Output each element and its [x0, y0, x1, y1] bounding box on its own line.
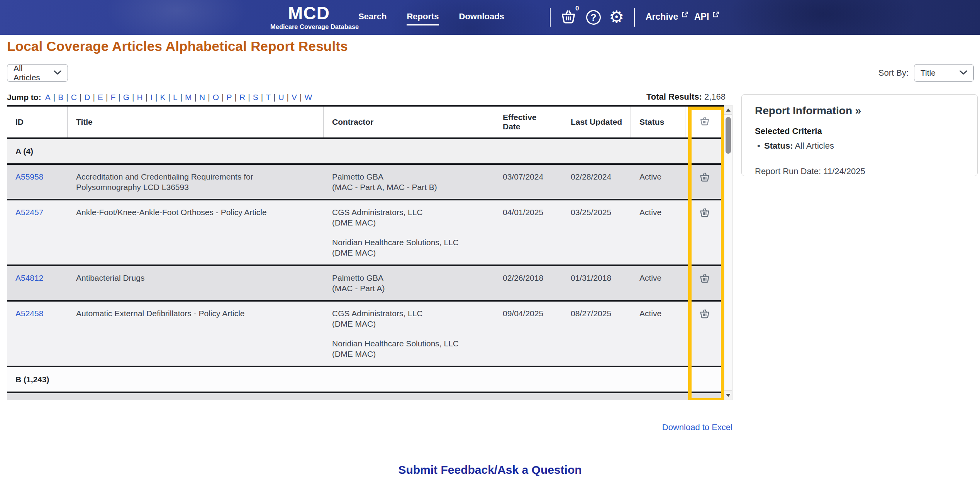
results-table-grid: ID Title Contractor Effective Date Last … — [7, 105, 724, 400]
archive-label: Archive — [646, 12, 678, 22]
help-icon[interactable]: ? — [586, 10, 601, 25]
article-contractor: CGS Administrators, LLC(DME MAC)Noridian… — [324, 200, 494, 264]
nav-search[interactable]: Search — [358, 12, 387, 24]
contractor-line: Noridian Healthcare Solutions, LLC — [332, 237, 486, 248]
column-header-title: Title — [68, 107, 324, 137]
article-id-link[interactable]: A52458 — [15, 309, 43, 318]
article-id-link[interactable]: A55958 — [15, 172, 43, 181]
article-status: Active — [631, 266, 685, 300]
contractor-line: (DME MAC) — [332, 319, 486, 329]
last-updated: 03/25/2025 — [562, 200, 631, 264]
column-header-basket — [685, 107, 724, 137]
api-link[interactable]: API — [694, 12, 719, 22]
mcd-logo[interactable]: MCD Medicare Coverage Database — [270, 4, 348, 31]
criteria-value: All Articles — [795, 141, 834, 151]
column-header-contractor: Contractor — [324, 107, 494, 137]
report-information-heading[interactable]: Report Information » — [755, 105, 964, 117]
table-row: A52458Automatic External Defibrillators … — [7, 302, 724, 367]
table-scrollbar[interactable] — [724, 105, 732, 400]
table-row: A52457Ankle-Foot/Knee-Ankle-Foot Orthose… — [7, 200, 724, 266]
external-link-icon — [712, 11, 719, 20]
report-run-date: Report Run Date: 11/24/2025 — [755, 166, 964, 176]
contractor-line: First Coast Service Options, Inc. — [332, 400, 486, 400]
report-run-date-label: Report Run Date: — [755, 166, 821, 176]
article-title: Automatic External Defibrillators - Poli… — [68, 302, 324, 366]
sort-by-label: Sort By: — [878, 68, 909, 78]
main-nav: SearchReportsDownloads — [358, 12, 504, 25]
contractor-line: CGS Administrators, LLC — [332, 308, 486, 319]
column-header-status: Status — [631, 107, 685, 137]
contractor-line: (DME MAC) — [332, 217, 486, 228]
effective-date: 04/01/2025 — [494, 200, 562, 264]
nav-reports[interactable]: Reports — [407, 12, 439, 25]
add-to-basket-button[interactable] — [699, 171, 710, 192]
group-row: B (1,243) — [7, 367, 724, 393]
group-row: A (4) — [7, 139, 724, 165]
chevron-down-icon — [960, 70, 967, 76]
id-cell: A52457 — [7, 200, 68, 264]
contractor-line: Noridian Healthcare Solutions, LLC — [332, 338, 486, 349]
api-label: API — [694, 12, 709, 22]
total-results-label: Total Results: — [646, 92, 702, 102]
group-basket-cell — [685, 367, 724, 392]
basket-count-badge: 0 — [575, 5, 579, 12]
scrollbar-thumb[interactable] — [726, 117, 731, 154]
contractor-line: CGS Administrators, LLC — [332, 207, 486, 217]
basket-button[interactable]: 0 — [560, 8, 578, 26]
download-to-excel-link[interactable]: Download to Excel — [662, 422, 732, 432]
contractor-line: (MAC - Part A, MAC - Part B) — [332, 182, 486, 192]
table-row: A54812Antibacterial DrugsPalmetto GBA(MA… — [7, 266, 724, 302]
header-divider — [550, 8, 551, 27]
logo-title: MCD — [270, 4, 348, 22]
last-updated: 08/27/2025 — [562, 302, 631, 366]
header-divider — [634, 8, 635, 27]
article-status: Active — [631, 165, 685, 199]
effective-date: 02/26/2018 — [494, 266, 562, 300]
contractor-line: (DME MAC) — [332, 248, 486, 258]
criteria-label: Status: — [764, 141, 793, 151]
table-row: A56287Billing and Coding: 4Kscore Test A… — [7, 393, 724, 400]
article-filter-select[interactable]: All Articles — [7, 64, 68, 82]
report-run-date-value: 11/24/2025 — [823, 166, 865, 176]
submit-feedback-link[interactable]: Submit Feedback/Ask a Question — [398, 463, 582, 476]
effective-date: 04/29/2024 — [494, 393, 562, 400]
site-header: MCD Medicare Coverage Database SearchRep… — [0, 0, 980, 35]
add-to-basket-button[interactable] — [699, 207, 710, 258]
archive-link[interactable]: Archive — [646, 12, 688, 22]
article-contractor: Palmetto GBA(MAC - Part A) — [324, 266, 494, 300]
article-id-link[interactable]: A54812 — [15, 273, 43, 282]
basket-cell — [685, 302, 724, 366]
basket-cell — [685, 266, 724, 300]
nav-downloads[interactable]: Downloads — [459, 12, 504, 24]
scroll-track[interactable] — [724, 115, 732, 390]
sort-select[interactable]: Title — [914, 64, 974, 82]
article-id-link[interactable]: A52457 — [15, 208, 43, 217]
gear-icon[interactable]: ⚙ — [609, 5, 624, 29]
sort-value: Title — [921, 68, 936, 78]
contractor-line: Palmetto GBA — [332, 171, 486, 182]
add-to-basket-button[interactable] — [699, 273, 710, 293]
effective-date: 03/07/2024 — [494, 165, 562, 199]
page-title: Local Coverage Articles Alphabetical Rep… — [7, 39, 348, 54]
selected-criteria-label: Selected Criteria — [755, 126, 964, 136]
basket-cell — [685, 200, 724, 264]
article-status: Active — [631, 302, 685, 366]
add-to-basket-button[interactable] — [699, 308, 710, 359]
contractor-line: (MAC - Part A) — [332, 283, 486, 293]
basket-cell — [685, 393, 724, 400]
article-filter-value: All Articles — [14, 64, 47, 82]
column-header-effective-date: Effective Date — [494, 107, 562, 137]
scroll-up-button[interactable] — [724, 105, 732, 115]
article-contractor: Palmetto GBA(MAC - Part A, MAC - Part B) — [324, 165, 494, 199]
group-label: B (1,243) — [7, 367, 685, 392]
article-contractor: First Coast Service Options, Inc.(MAC - … — [324, 393, 494, 400]
id-cell: A55958 — [7, 165, 68, 199]
group-basket-cell — [685, 139, 724, 163]
contractor-line: (DME MAC) — [332, 349, 486, 359]
scroll-down-button[interactable] — [724, 390, 732, 400]
article-title: Billing and Coding: 4Kscore Test Algorit… — [68, 393, 324, 400]
add-to-basket-button[interactable] — [699, 400, 710, 400]
id-cell: A52458 — [7, 302, 68, 366]
triangle-up-icon — [726, 109, 731, 112]
last-updated: 02/28/2024 — [562, 165, 631, 199]
